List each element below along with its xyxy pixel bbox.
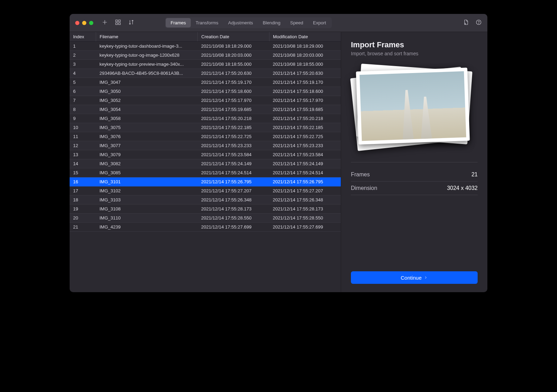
table-row[interactable]: 1keykey-typing-tutor-dashboard-image-3..… bbox=[70, 42, 341, 51]
help-icon[interactable] bbox=[476, 19, 482, 26]
table-row[interactable]: 17IMG_31022021/12/14 17:55:27.2072021/12… bbox=[70, 186, 341, 195]
col-header-filename[interactable]: Filename bbox=[96, 32, 198, 42]
close-window-button[interactable] bbox=[75, 21, 79, 25]
stat-frames: Frames 21 bbox=[351, 168, 478, 182]
table-row[interactable]: 15IMG_30852021/12/14 17:55:24.5142021/12… bbox=[70, 168, 341, 177]
grid-icon[interactable] bbox=[115, 19, 121, 26]
table-row[interactable]: 5IMG_30472021/12/14 17:55:19.1702021/12/… bbox=[70, 78, 341, 87]
cell-index: 2 bbox=[70, 51, 96, 60]
cell-creation: 2021/10/08 18:18:29.000 bbox=[198, 42, 269, 51]
cell-creation: 2021/12/14 17:55:22.725 bbox=[198, 132, 269, 141]
chevron-right-icon bbox=[424, 275, 428, 280]
tab-transforms[interactable]: Transforms bbox=[191, 18, 223, 27]
cell-filename: IMG_3075 bbox=[96, 123, 198, 132]
cell-modification: 2021/12/14 17:55:20.630 bbox=[269, 69, 341, 78]
table-row[interactable]: 13IMG_30792021/12/14 17:55:23.5842021/12… bbox=[70, 150, 341, 159]
cell-modification: 2021/12/14 17:55:19.170 bbox=[269, 78, 341, 87]
table-row[interactable]: 12IMG_30772021/12/14 17:55:23.2332021/12… bbox=[70, 141, 341, 150]
cell-filename: IMG_3103 bbox=[96, 195, 198, 205]
table-row[interactable]: 16IMG_31012021/12/14 17:55:26.7952021/12… bbox=[70, 177, 341, 186]
tab-speed[interactable]: Speed bbox=[285, 18, 308, 27]
cell-filename: IMG_3076 bbox=[96, 132, 198, 141]
cell-filename: IMG_4239 bbox=[96, 223, 198, 232]
cell-creation: 2021/12/14 17:55:22.185 bbox=[198, 123, 269, 132]
cell-modification: 2021/12/14 17:55:22.185 bbox=[269, 123, 341, 132]
svg-point-6 bbox=[464, 23, 465, 24]
cell-filename: IMG_3110 bbox=[96, 214, 198, 223]
segmented-tabs: Frames Transforms Adjustments Blending S… bbox=[165, 17, 332, 28]
cell-modification: 2021/12/14 17:55:19.685 bbox=[269, 105, 341, 114]
cell-filename: IMG_3052 bbox=[96, 96, 198, 105]
minimize-window-button[interactable] bbox=[82, 21, 86, 25]
cell-filename: IMG_3108 bbox=[96, 205, 198, 214]
table-row[interactable]: 7IMG_30522021/12/14 17:55:17.9702021/12/… bbox=[70, 96, 341, 105]
cell-index: 15 bbox=[70, 168, 96, 177]
cell-modification: 2021/12/14 17:55:23.233 bbox=[269, 141, 341, 150]
cell-index: 17 bbox=[70, 186, 96, 195]
col-header-creation[interactable]: Creation Date bbox=[198, 32, 269, 42]
cell-creation: 2021/12/14 17:55:28.550 bbox=[198, 214, 269, 223]
preview-stack bbox=[351, 63, 476, 154]
table-row[interactable]: 4293496AB-BACD-4B45-95C8-8061A3B...2021/… bbox=[70, 69, 341, 78]
table-row[interactable]: 20IMG_31102021/12/14 17:55:28.5502021/12… bbox=[70, 214, 341, 223]
cell-creation: 2021/12/14 17:55:19.685 bbox=[198, 105, 269, 114]
cell-index: 16 bbox=[70, 177, 96, 186]
table-row[interactable]: 8IMG_30542021/12/14 17:55:19.6852021/12/… bbox=[70, 105, 341, 114]
cell-modification: 2021/10/08 18:18:29.000 bbox=[269, 42, 341, 51]
table-row[interactable]: 19IMG_31082021/12/14 17:55:28.1732021/12… bbox=[70, 205, 341, 214]
inspector-stats: Frames 21 Dimension 3024 x 4032 bbox=[351, 162, 478, 195]
cell-creation: 2021/12/14 17:55:17.970 bbox=[198, 96, 269, 105]
cell-modification: 2021/12/14 17:55:18.600 bbox=[269, 87, 341, 96]
cell-filename: IMG_3079 bbox=[96, 150, 198, 159]
stat-dimension-label: Dimension bbox=[351, 185, 377, 191]
cell-creation: 2021/12/14 17:55:27.207 bbox=[198, 186, 269, 195]
tab-blending[interactable]: Blending bbox=[258, 18, 285, 27]
traffic-lights bbox=[75, 21, 93, 25]
cell-creation: 2021/12/14 17:55:20.630 bbox=[198, 69, 269, 78]
col-header-index[interactable]: Index bbox=[70, 32, 96, 42]
cell-index: 9 bbox=[70, 114, 96, 123]
cell-modification: 2021/12/14 17:55:28.550 bbox=[269, 214, 341, 223]
cell-creation: 2021/12/14 17:55:28.173 bbox=[198, 205, 269, 214]
maximize-window-button[interactable] bbox=[89, 21, 93, 25]
cell-creation: 2021/12/14 17:55:26.795 bbox=[198, 177, 269, 186]
cell-filename: 293496AB-BACD-4B45-95C8-8061A3B... bbox=[96, 69, 198, 78]
cell-filename: keykey-typing-tutor-og-image-1200x628 bbox=[96, 51, 198, 60]
stat-frames-value: 21 bbox=[471, 171, 478, 178]
cell-filename: keykey-typing-tutor-preview-image-340x..… bbox=[96, 60, 198, 69]
table-row[interactable]: 14IMG_30822021/12/14 17:55:24.1492021/12… bbox=[70, 159, 341, 168]
cell-modification: 2021/12/14 17:55:24.514 bbox=[269, 168, 341, 177]
tab-export[interactable]: Export bbox=[308, 18, 331, 27]
cell-filename: IMG_3082 bbox=[96, 159, 198, 168]
table-row[interactable]: 6IMG_30502021/12/14 17:55:18.6002021/12/… bbox=[70, 87, 341, 96]
table-row[interactable]: 11IMG_30762021/12/14 17:55:22.7252021/12… bbox=[70, 132, 341, 141]
continue-button[interactable]: Continue bbox=[351, 271, 478, 284]
svg-rect-3 bbox=[119, 20, 120, 22]
sort-icon[interactable] bbox=[128, 19, 134, 26]
cell-modification: 2021/12/14 17:55:26.795 bbox=[269, 177, 341, 186]
cell-creation: 2021/12/14 17:55:24.514 bbox=[198, 168, 269, 177]
file-settings-icon[interactable] bbox=[463, 19, 469, 26]
cell-creation: 2021/12/14 17:55:27.699 bbox=[198, 223, 269, 232]
tab-adjustments[interactable]: Adjustments bbox=[223, 18, 258, 27]
titlebar: Frames Transforms Adjustments Blending S… bbox=[70, 14, 487, 32]
cell-index: 4 bbox=[70, 69, 96, 78]
col-header-modification[interactable]: Modification Date bbox=[269, 32, 341, 42]
svg-rect-4 bbox=[116, 23, 117, 25]
add-icon[interactable] bbox=[102, 19, 108, 26]
table-row[interactable]: 21IMG_42392021/12/14 17:55:27.6992021/12… bbox=[70, 223, 341, 232]
table-row[interactable]: 9IMG_30582021/12/14 17:55:20.2182021/12/… bbox=[70, 114, 341, 123]
table-row[interactable]: 18IMG_31032021/12/14 17:55:26.3482021/12… bbox=[70, 195, 341, 205]
tab-frames[interactable]: Frames bbox=[166, 18, 191, 27]
cell-creation: 2021/10/08 18:20:03.000 bbox=[198, 51, 269, 60]
frames-table-pane[interactable]: Index Filename Creation Date Modificatio… bbox=[70, 32, 341, 292]
inspector-subtitle: Import, browse and sort frames bbox=[351, 51, 478, 56]
table-row[interactable]: 10IMG_30752021/12/14 17:55:22.1852021/12… bbox=[70, 123, 341, 132]
cell-index: 6 bbox=[70, 87, 96, 96]
continue-label: Continue bbox=[401, 275, 422, 281]
table-row[interactable]: 3keykey-typing-tutor-preview-image-340x.… bbox=[70, 60, 341, 69]
table-row[interactable]: 2keykey-typing-tutor-og-image-1200x62820… bbox=[70, 51, 341, 60]
stat-frames-label: Frames bbox=[351, 171, 370, 178]
cell-modification: 2021/12/14 17:55:27.699 bbox=[269, 223, 341, 232]
cell-creation: 2021/12/14 17:55:18.600 bbox=[198, 87, 269, 96]
